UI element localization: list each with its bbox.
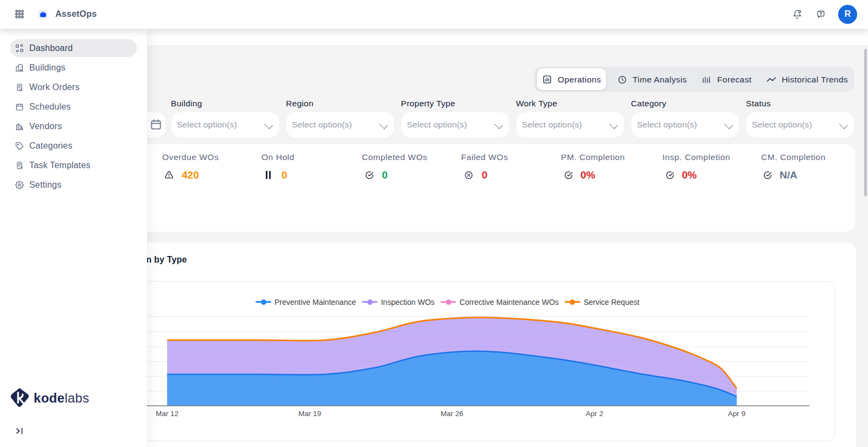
svg-text:Mar 12: Mar 12 (156, 410, 178, 418)
svg-text:Apr 9: Apr 9 (728, 410, 745, 418)
svg-text:Mar 19: Mar 19 (298, 410, 321, 418)
svg-text:Mar 26: Mar 26 (441, 410, 463, 418)
svg-text:Apr 2: Apr 2 (586, 410, 603, 418)
